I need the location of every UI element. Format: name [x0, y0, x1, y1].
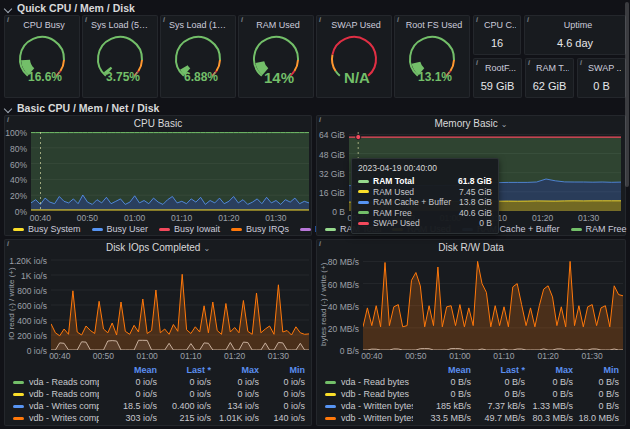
x-tick-label: 01:30	[261, 351, 295, 361]
series-name: vda - Writes completed	[29, 401, 99, 411]
column-header[interactable]: Min	[259, 365, 305, 375]
panel-title[interactable]: RAM Used	[247, 20, 309, 30]
x-tick-label: 01:20	[218, 351, 252, 361]
panel-cpu-busy: i CPU Busy 16.6%	[4, 15, 80, 98]
info-icon[interactable]: i	[527, 16, 529, 23]
gauge-value: 14%	[245, 69, 313, 86]
column-header[interactable]: Last *	[157, 365, 211, 375]
y-tick-label: 600 io/s	[5, 301, 47, 311]
column-header[interactable]: Mean	[99, 365, 157, 375]
section-header-quick[interactable]: Quick CPU / Mem / Disk	[5, 2, 135, 14]
tooltip-value: 13.8 GiB	[459, 197, 492, 207]
y-tick-label: 80 MB/s	[317, 257, 359, 267]
series-label[interactable]: vdb - Written bytes	[325, 413, 413, 423]
table-cell: 18.5 io/s	[99, 401, 157, 411]
panel-title[interactable]: Memory Basic⌄	[327, 118, 615, 129]
info-icon[interactable]: i	[241, 16, 243, 23]
info-icon[interactable]: i	[7, 116, 9, 123]
y-tick-label: 0 B/s	[317, 346, 359, 356]
table-cell: 0 B/s	[525, 389, 573, 399]
series-label[interactable]: vdb - Writes completed	[13, 413, 99, 423]
column-header[interactable]: Max	[211, 365, 259, 375]
column-header[interactable]: Last *	[471, 365, 525, 375]
tooltip-value: 61.8 GiB	[458, 176, 492, 186]
table-cell: 0 io/s	[157, 389, 211, 399]
series-label[interactable]: vda - Written bytes	[325, 401, 413, 411]
info-icon[interactable]: i	[85, 16, 87, 23]
stat-title[interactable]: CPU C...	[484, 20, 516, 30]
legend-table: MeanLast *MaxMinvda - Read bytes0 B/s0 B…	[317, 364, 625, 424]
info-icon[interactable]: i	[319, 116, 321, 123]
info-icon[interactable]: i	[7, 16, 9, 23]
panel-menu-icon[interactable]: ⌄	[203, 244, 210, 253]
table-row: vda - Written bytes185 kB/s7.37 kB/s1.33…	[317, 400, 625, 412]
info-icon[interactable]: i	[476, 16, 478, 23]
series-label[interactable]: vdb - Reads completed	[13, 389, 99, 399]
panel-menu-icon[interactable]: ⌄	[501, 120, 508, 129]
info-icon[interactable]: i	[528, 59, 530, 66]
panel-sys-load-15m: i Sys Load (15m... 6.88%	[160, 15, 236, 98]
x-tick-label: 01:30	[259, 213, 293, 223]
tooltip-label: RAM Free	[373, 208, 412, 218]
table-cell: 0 B/s	[471, 377, 525, 387]
tooltip-row: RAM Free40.6 GiB	[358, 208, 492, 219]
panel-title[interactable]: Sys Load (15m...	[169, 20, 231, 30]
panel-uptime: i Uptime 4.6 day	[524, 15, 626, 55]
table-cell: 0 io/s	[259, 389, 305, 399]
y-tick-label: 400 io/s	[5, 316, 47, 326]
gauge-value: 3.75%	[89, 70, 157, 84]
legend-item[interactable]: Busy Iowait	[159, 224, 220, 234]
tooltip-label: SWAP Used	[373, 218, 420, 228]
info-icon[interactable]: i	[580, 59, 582, 66]
section-header-basic[interactable]: Basic CPU / Mem / Net / Disk	[5, 102, 159, 114]
column-header[interactable]: Min	[573, 365, 619, 375]
tooltip-value: 7.45 GiB	[459, 187, 492, 197]
info-icon[interactable]: i	[319, 16, 321, 23]
panel-cpu-basic: i CPU Basic 0%20%40%60%80%100% 00:4000:5…	[4, 115, 312, 236]
disk-iops-chart	[51, 257, 309, 350]
legend-swatch	[325, 393, 336, 396]
column-header[interactable]: Max	[525, 365, 573, 375]
panel-title[interactable]: Sys Load (5m ...	[91, 20, 153, 30]
series-label[interactable]: vdb - Read bytes	[325, 389, 413, 399]
legend-swatch	[159, 228, 170, 231]
stat-title[interactable]: SWAP ...	[588, 63, 621, 73]
series-label[interactable]: vda - Writes completed	[13, 401, 99, 411]
column-header[interactable]: Mean	[413, 365, 471, 375]
legend-swatch	[13, 381, 24, 384]
panel-title[interactable]: Root FS Used	[403, 20, 465, 30]
series-label[interactable]: vda - Read bytes	[325, 377, 413, 387]
x-tick-label: 00:50	[86, 351, 120, 361]
chevron-down-icon	[5, 105, 12, 112]
stat-value: 62 GiB	[526, 80, 573, 92]
panel-title[interactable]: Disk R/W Data	[327, 242, 615, 253]
legend-swatch	[231, 228, 242, 231]
info-icon[interactable]: i	[7, 240, 9, 247]
y-tick-label: 16 GiB	[317, 188, 345, 198]
legend-item[interactable]: Busy User	[92, 224, 149, 234]
x-tick-label: 01:30	[572, 213, 606, 223]
series-label[interactable]: vda - Reads completed	[13, 377, 99, 387]
stat-title[interactable]: RAM T...	[536, 63, 569, 73]
info-icon[interactable]: i	[476, 59, 478, 66]
legend-item[interactable]: Busy System	[13, 224, 81, 234]
panel-title[interactable]: CPU Busy	[13, 20, 75, 30]
scrollbar[interactable]	[625, 2, 629, 187]
panel-title[interactable]: Disk IOps Completed⌄	[15, 242, 301, 253]
section-title: Quick CPU / Mem / Disk	[17, 2, 135, 14]
panel-title[interactable]: SWAP Used	[325, 20, 387, 30]
tooltip-label: RAM Total	[373, 176, 414, 186]
panel-title[interactable]: CPU Basic	[15, 118, 301, 129]
y-tick-label: 1.20K io/s	[5, 256, 47, 266]
legend-item[interactable]: RAM Free	[571, 224, 627, 234]
info-icon[interactable]: i	[163, 16, 165, 23]
stat-value: 0 B	[578, 80, 625, 92]
table-cell: 33.5 MB/s	[413, 413, 471, 423]
info-icon[interactable]: i	[397, 16, 399, 23]
tooltip-swatch	[358, 180, 369, 183]
stat-title[interactable]: Uptime	[535, 20, 621, 30]
info-icon[interactable]: i	[319, 240, 321, 247]
stat-title[interactable]: RootF...	[484, 63, 517, 73]
table-row: vdb - Read bytes0 B/s0 B/s0 B/s0 B/s	[317, 388, 625, 400]
legend-item[interactable]: Busy IRQs	[231, 224, 289, 234]
